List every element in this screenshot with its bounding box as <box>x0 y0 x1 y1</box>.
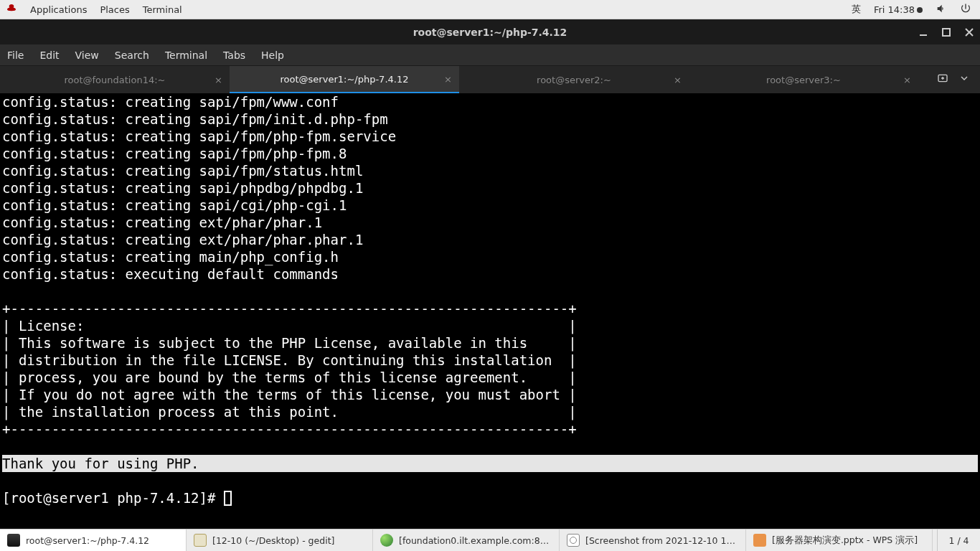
terminal-output[interactable]: config.status: creating sapi/fpm/www.con… <box>0 93 980 529</box>
gedit-app-icon <box>194 534 207 547</box>
tab-label: root@server3:~ <box>766 75 841 85</box>
term-line: config.status: creating sapi/cgi/php-cgi… <box>2 197 347 213</box>
terminal-menubar: File Edit View Search Terminal Tabs Help <box>0 44 980 66</box>
window-titlebar[interactable]: root@server1:~/php-7.4.12 <box>0 19 980 44</box>
terminal-window: root@server1:~/php-7.4.12 File Edit View… <box>0 19 980 529</box>
ime-indicator[interactable]: 英 <box>852 3 861 16</box>
task-label: root@server1:~/php-7.4.12 <box>26 535 149 546</box>
menu-view[interactable]: View <box>75 50 99 61</box>
workspace-indicator[interactable]: 1 / 4 <box>937 529 980 551</box>
term-line: | process, you are bound by the terms of… <box>2 369 577 385</box>
menu-search[interactable]: Search <box>115 50 149 61</box>
term-line: config.status: creating main/php_config.… <box>2 249 339 265</box>
term-line: +---------------------------------------… <box>2 301 577 316</box>
task-label: [Screenshot from 2021-12-10 14-… <box>585 535 738 546</box>
remote-app-icon <box>380 534 393 547</box>
task-kio[interactable]: [foundation0.ilt.example.com:8 (kio… <box>373 529 560 551</box>
tab-server2[interactable]: root@server2:~ × <box>459 66 689 93</box>
tab-close-icon[interactable]: × <box>903 75 911 85</box>
menu-help[interactable]: Help <box>261 50 284 61</box>
task-label: [foundation0.ilt.example.com:8 (kio… <box>399 535 552 546</box>
menu-applications[interactable]: Applications <box>30 4 87 15</box>
task-terminal[interactable]: root@server1:~/php-7.4.12 <box>0 529 187 551</box>
tab-close-icon[interactable]: × <box>674 75 682 85</box>
gnome-topbar: Applications Places Terminal 英 Fri 14:38 <box>0 0 980 19</box>
tab-server1[interactable]: root@server1:~/php-7.4.12 × <box>230 66 459 93</box>
maximize-button[interactable] <box>940 26 953 39</box>
cursor <box>224 491 232 506</box>
new-tab-icon[interactable] <box>937 72 948 87</box>
menu-terminal[interactable]: Terminal <box>143 4 182 15</box>
terminal-tabbar: root@foundation14:~ × root@server1:~/php… <box>0 66 980 93</box>
term-line: config.status: creating ext/phar/phar.1 <box>2 215 322 230</box>
close-button[interactable] <box>963 26 976 39</box>
term-line: | the installation process at this point… <box>2 404 577 420</box>
term-line: | License: | <box>2 318 577 334</box>
activities-hat-icon[interactable] <box>6 3 17 17</box>
task-wps[interactable]: [服务器架构演变.pptx - WPS 演示] <box>746 529 933 551</box>
menu-file[interactable]: File <box>7 50 24 61</box>
tab-label: root@foundation14:~ <box>64 75 165 85</box>
term-line: config.status: executing default command… <box>2 266 339 282</box>
tab-label: root@server2:~ <box>537 75 611 85</box>
tab-close-icon[interactable]: × <box>215 75 222 85</box>
tab-menu-icon[interactable] <box>958 72 970 87</box>
term-line: config.status: creating sapi/fpm/status.… <box>2 163 363 179</box>
image-viewer-icon <box>567 534 580 547</box>
clock[interactable]: Fri 14:38 <box>874 4 923 15</box>
task-gedit[interactable]: [12-10 (~/Desktop) - gedit] <box>187 529 373 551</box>
tab-close-icon[interactable]: × <box>444 74 452 85</box>
term-line: config.status: creating ext/phar/phar.ph… <box>2 232 363 248</box>
task-label: [12-10 (~/Desktop) - gedit] <box>212 535 334 546</box>
term-line: config.status: creating sapi/fpm/php-fpm… <box>2 128 396 144</box>
terminal-app-icon <box>7 534 20 547</box>
term-highlight: Thank you for using PHP. <box>2 455 978 472</box>
wps-app-icon <box>753 534 766 547</box>
term-prompt: [root@server1 php-7.4.12]# <box>2 490 224 506</box>
term-line: | distribution in the file LICENSE. By c… <box>2 352 577 368</box>
term-line: | This software is subject to the PHP Li… <box>2 335 577 351</box>
term-line: config.status: creating sapi/fpm/php-fpm… <box>2 146 347 161</box>
menu-terminal2[interactable]: Terminal <box>165 50 207 61</box>
term-line: config.status: creating sapi/fpm/www.con… <box>2 94 339 110</box>
menu-tabs[interactable]: Tabs <box>223 50 245 61</box>
minimize-button[interactable] <box>917 26 930 39</box>
svg-rect-0 <box>920 34 927 36</box>
term-line: config.status: creating sapi/phpdbg/phpd… <box>2 180 363 196</box>
power-icon[interactable] <box>960 3 971 17</box>
tab-server3[interactable]: root@server3:~ × <box>689 66 918 93</box>
task-screenshot[interactable]: [Screenshot from 2021-12-10 14-… <box>560 529 746 551</box>
volume-icon[interactable] <box>936 3 947 17</box>
tab-label: root@server1:~/php-7.4.12 <box>281 74 409 85</box>
svg-rect-1 <box>943 29 950 36</box>
tab-foundation14[interactable]: root@foundation14:~ × <box>0 66 230 93</box>
task-label: [服务器架构演变.pptx - WPS 演示] <box>772 534 918 547</box>
menu-edit[interactable]: Edit <box>39 50 59 61</box>
term-line: config.status: creating sapi/fpm/init.d.… <box>2 111 388 127</box>
window-title: root@server1:~/php-7.4.12 <box>413 27 567 38</box>
bottom-taskbar: root@server1:~/php-7.4.12 [12-10 (~/Desk… <box>0 529 980 551</box>
term-line: +---------------------------------------… <box>2 421 577 437</box>
menu-places[interactable]: Places <box>100 4 129 15</box>
term-line: | If you do not agree with the terms of … <box>2 387 577 402</box>
